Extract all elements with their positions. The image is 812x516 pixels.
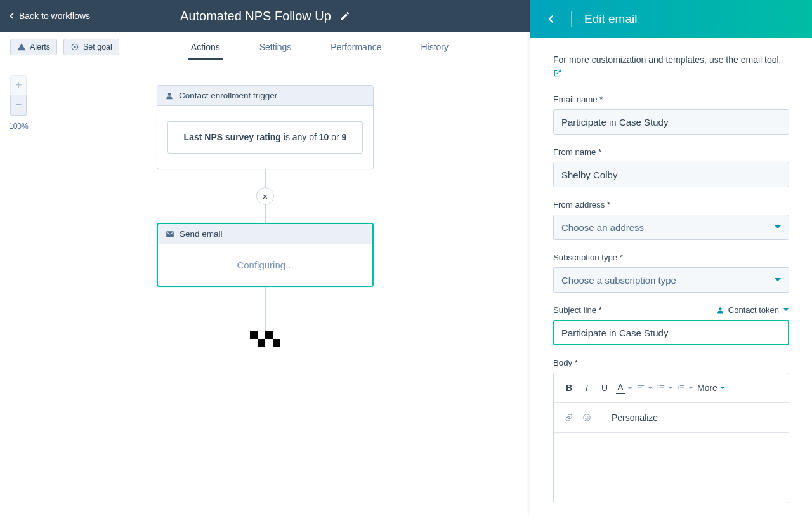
- subject-line-input[interactable]: [553, 320, 789, 345]
- bullet-list-icon: [657, 383, 665, 392]
- workflow-title: Automated NPS Follow Up: [180, 9, 331, 23]
- from-name-input[interactable]: [553, 162, 789, 187]
- field-body: Body * B I U A: [553, 358, 789, 503]
- from-address-placeholder: Choose an address: [561, 222, 644, 233]
- svg-point-9: [587, 417, 588, 418]
- tab-actions[interactable]: Actions: [188, 34, 223, 60]
- field-email-name: Email name *: [553, 95, 789, 135]
- label-subscription: Subscription type *: [553, 253, 789, 262]
- email-icon: [166, 230, 174, 239]
- workflow-tabs: Actions Settings Performance History: [119, 34, 520, 60]
- svg-point-2: [657, 385, 658, 387]
- contact-icon: [716, 306, 724, 314]
- insert-emoji-button[interactable]: [578, 408, 596, 427]
- remove-node-button[interactable]: ×: [256, 187, 274, 205]
- alerts-label: Alerts: [30, 43, 50, 51]
- chevron-down-icon: [720, 387, 725, 392]
- zoom-level: 100%: [9, 122, 29, 131]
- label-from-name: From name *: [553, 147, 789, 157]
- chevron-left-icon: [546, 13, 557, 25]
- panel-body: For more customization and templates, us…: [530, 38, 812, 516]
- underline-button[interactable]: U: [596, 378, 613, 397]
- chevron-down-icon: [688, 387, 693, 392]
- svg-point-4: [657, 390, 658, 391]
- helper-text: For more customization and templates, us…: [553, 53, 789, 81]
- panel-header: Edit email: [530, 0, 812, 38]
- contact-token-link[interactable]: Contact token: [716, 305, 789, 315]
- external-link-icon: [553, 69, 562, 77]
- connector-line: [265, 205, 266, 223]
- svg-point-7: [584, 414, 591, 421]
- label-subject: Subject line *: [553, 305, 602, 315]
- zoom-in-button: +: [10, 75, 27, 95]
- set-goal-button[interactable]: Set goal: [63, 39, 119, 55]
- text-color-button[interactable]: A: [613, 378, 634, 397]
- alert-triangle-icon: [17, 43, 26, 51]
- chevron-down-icon: [627, 387, 632, 392]
- email-name-input[interactable]: [553, 109, 789, 135]
- target-icon: [70, 43, 79, 51]
- panel-title: Edit email: [584, 12, 637, 26]
- pencil-icon[interactable]: [340, 11, 350, 21]
- separator: [571, 11, 572, 27]
- workflow-end-marker: [250, 331, 280, 347]
- enrollment-trigger-card[interactable]: Contact enrollment trigger Last NPS surv…: [157, 85, 374, 169]
- contact-icon: [165, 91, 174, 100]
- close-icon: ×: [263, 191, 268, 202]
- chevron-down-icon: [648, 387, 653, 392]
- from-address-select[interactable]: Choose an address: [553, 215, 789, 240]
- label-from-address: From address *: [553, 200, 789, 209]
- chevron-down-icon: [775, 278, 781, 284]
- email-tool-link[interactable]: email tool.: [741, 55, 782, 65]
- tab-history[interactable]: History: [418, 34, 451, 60]
- field-subject: Subject line * Contact token: [553, 305, 789, 345]
- trigger-field: Last NPS survey rating: [184, 132, 281, 142]
- label-email-name: Email name *: [553, 95, 789, 104]
- edit-email-panel: Edit email For more customization and te…: [530, 0, 812, 516]
- field-subscription-type: Subscription type * Choose a subscriptio…: [553, 253, 789, 293]
- svg-point-8: [586, 417, 586, 418]
- more-formatting-button[interactable]: More: [695, 378, 728, 397]
- insert-link-button[interactable]: [560, 408, 578, 427]
- svg-point-3: [657, 388, 658, 389]
- svg-point-1: [74, 46, 76, 48]
- alerts-button[interactable]: Alerts: [10, 39, 57, 55]
- chevron-down-icon: [783, 308, 789, 314]
- link-icon: [565, 413, 573, 422]
- separator: [601, 411, 601, 425]
- panel-back-button[interactable]: [544, 12, 558, 26]
- chevron-down-icon: [775, 225, 781, 232]
- trigger-card-title: Contact enrollment trigger: [179, 91, 277, 100]
- field-from-address: From address * Choose an address: [553, 200, 789, 240]
- action-status: Configuring...: [158, 244, 372, 286]
- trigger-criteria: Last NPS survey rating is any of 10 or 9: [167, 121, 363, 154]
- italic-button[interactable]: I: [578, 378, 596, 397]
- bold-button[interactable]: B: [560, 378, 578, 397]
- tab-performance[interactable]: Performance: [328, 34, 384, 60]
- numbered-list-button[interactable]: 12: [674, 378, 695, 397]
- body-editor: B I U A 12: [553, 373, 789, 503]
- action-card-title: Send email: [180, 229, 223, 239]
- bullet-list-button[interactable]: [654, 378, 674, 397]
- subscription-select[interactable]: Choose a subscription type: [553, 267, 789, 293]
- align-left-icon: [636, 383, 645, 392]
- workflow-canvas: + − 100% Contact enrollment trigger Last…: [0, 62, 530, 516]
- connector-line: [265, 287, 266, 331]
- align-button[interactable]: [634, 378, 654, 397]
- zoom-controls: + − 100%: [9, 75, 29, 131]
- chevron-down-icon: [668, 387, 673, 392]
- zoom-out-button[interactable]: −: [10, 95, 27, 116]
- label-body: Body *: [553, 358, 789, 367]
- set-goal-label: Set goal: [83, 43, 112, 51]
- numbered-list-icon: 12: [677, 383, 686, 392]
- svg-text:2: 2: [678, 387, 679, 390]
- tab-settings[interactable]: Settings: [257, 34, 294, 60]
- connector-line: [265, 169, 266, 187]
- subscription-placeholder: Choose a subscription type: [561, 275, 676, 286]
- send-email-card[interactable]: Send email Configuring...: [157, 223, 374, 287]
- body-textarea[interactable]: [554, 433, 789, 503]
- smiley-icon: [582, 413, 591, 422]
- personalize-button[interactable]: Personalize: [606, 408, 663, 427]
- field-from-name: From name *: [553, 147, 789, 187]
- workflow-subbar: Alerts Set goal Actions Settings Perform…: [0, 32, 530, 62]
